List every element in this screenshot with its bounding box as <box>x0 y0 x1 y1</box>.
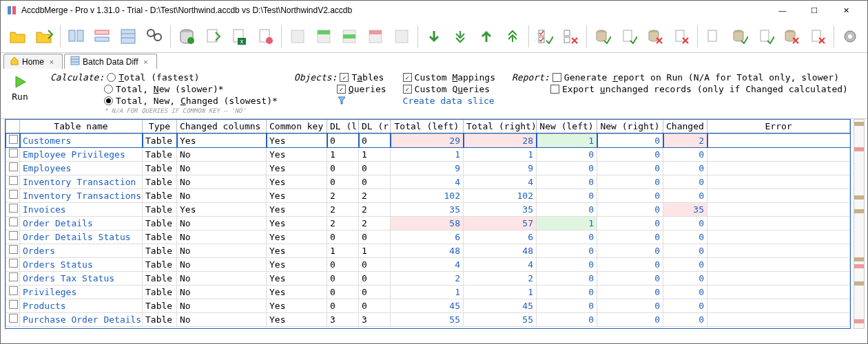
filter-green2-button[interactable] <box>338 24 362 49</box>
db-page2-button[interactable] <box>702 24 725 49</box>
check-export-unchanged[interactable] <box>550 85 559 94</box>
db-page-check2-button[interactable] <box>754 24 778 49</box>
db-check2-button[interactable] <box>728 24 752 49</box>
close-icon[interactable]: × <box>141 57 151 67</box>
filter-all-button[interactable] <box>286 24 309 49</box>
table-row[interactable]: Employee PrivilegesTableNoYes1111000 <box>6 147 850 161</box>
cell-table-name[interactable]: Invoices <box>20 202 143 216</box>
maximize-button[interactable]: ☐ <box>798 1 830 20</box>
radio-total-new[interactable] <box>104 85 113 94</box>
cell-table-name[interactable]: Inventory Transaction <box>20 175 143 189</box>
funnel-icon[interactable] <box>337 96 347 107</box>
col-checkbox[interactable] <box>6 120 20 133</box>
row-checkbox[interactable] <box>9 286 18 295</box>
cell-table-name[interactable]: Employees <box>20 161 143 175</box>
compare-tables-button[interactable] <box>65 24 88 49</box>
table-row[interactable]: Order Details StatusTableNoYes0066000 <box>6 230 850 244</box>
cell-table-name[interactable]: Products <box>20 299 143 312</box>
col-table-name[interactable]: Table name <box>20 120 143 133</box>
cell-table-name[interactable]: Inventory Transactions <box>20 189 143 202</box>
open-right-button[interactable] <box>32 24 56 49</box>
merge-down-button[interactable] <box>422 24 446 49</box>
minimize-button[interactable]: — <box>767 1 798 20</box>
row-checkbox[interactable] <box>9 162 18 171</box>
table-row[interactable]: CustomersTableYesYes002928102 <box>6 133 850 147</box>
run-icon[interactable] <box>12 74 28 90</box>
table-row[interactable]: PrivilegesTableNoYes0011000 <box>6 285 850 299</box>
col-new-right[interactable]: New (right) <box>597 120 663 133</box>
batch-diff-button[interactable] <box>117 24 141 49</box>
save-button[interactable] <box>175 24 198 49</box>
cell-table-name[interactable]: Orders <box>20 244 143 257</box>
col-dl-right[interactable]: DL (r <box>359 120 391 133</box>
radio-total-new-changed[interactable] <box>104 96 113 105</box>
col-total-right[interactable]: Total (right) <box>464 120 537 133</box>
merge-up-button[interactable] <box>475 24 498 49</box>
col-total-left[interactable]: Total (left) <box>391 120 464 133</box>
row-checkbox[interactable] <box>9 300 18 309</box>
table-row[interactable]: Inventory TransactionTableNoYes0044000 <box>6 175 850 189</box>
settings-button[interactable] <box>838 24 862 49</box>
col-type[interactable]: Type <box>143 120 177 133</box>
open-left-button[interactable] <box>6 24 30 49</box>
tab-home[interactable]: Home × <box>3 54 63 69</box>
table-row[interactable]: Orders Tax StatusTableNoYes0022000 <box>6 271 850 285</box>
db-remove2-button[interactable] <box>781 24 804 49</box>
merge-down2-button[interactable] <box>448 24 472 49</box>
cell-table-name[interactable]: Orders Tax Status <box>20 271 143 285</box>
export-report-button[interactable] <box>254 24 277 49</box>
filter-green-button[interactable] <box>312 24 335 49</box>
cell-table-name[interactable]: Customers <box>20 133 143 147</box>
filter-clear-button[interactable] <box>390 24 413 49</box>
find-button[interactable] <box>143 24 166 49</box>
mini-map[interactable] <box>854 119 865 329</box>
table-row[interactable]: InvoicesTableYesYes2235350035 <box>6 202 850 216</box>
cell-table-name[interactable]: Purchase Order Details <box>20 312 143 326</box>
cell-table-name[interactable]: Order Details <box>20 216 143 230</box>
table-row[interactable]: Inventory TransactionsTableNoYes22102102… <box>6 189 850 202</box>
close-button[interactable]: ✕ <box>830 1 862 20</box>
row-checkbox[interactable] <box>9 245 18 254</box>
row-checkbox[interactable] <box>9 176 18 185</box>
check-remove-button[interactable] <box>559 24 583 49</box>
table-row[interactable]: OrdersTableNoYes114848000 <box>6 244 850 257</box>
table-row[interactable]: Order DetailsTableNoYes225857100 <box>6 216 850 230</box>
table-row[interactable]: ProductsTableNoYes004545000 <box>6 299 850 312</box>
row-checkbox[interactable] <box>9 314 18 323</box>
db-check-button[interactable] <box>591 24 614 49</box>
check-generate-report[interactable] <box>552 73 561 82</box>
cell-table-name[interactable]: Order Details Status <box>20 230 143 244</box>
col-changed-cols[interactable]: Changed columns <box>177 120 267 133</box>
check-mappings[interactable] <box>403 73 412 82</box>
results-grid[interactable]: Table name Type Changed columns Common k… <box>5 119 851 329</box>
db-page-check-button[interactable] <box>617 24 641 49</box>
cell-table-name[interactable]: Privileges <box>20 285 143 299</box>
col-common-key[interactable]: Common key <box>267 120 327 133</box>
row-checkbox[interactable] <box>9 231 18 240</box>
check-tables[interactable] <box>340 73 349 82</box>
check-custom-queries[interactable] <box>403 85 412 94</box>
compare-queries-button[interactable] <box>91 24 114 49</box>
row-checkbox[interactable] <box>9 135 18 144</box>
row-checkbox[interactable] <box>9 190 18 199</box>
check-apply-button[interactable] <box>533 24 557 49</box>
row-checkbox[interactable] <box>9 272 18 281</box>
close-icon[interactable]: × <box>47 57 56 67</box>
table-row[interactable]: EmployeesTableNoYes0099000 <box>6 161 850 175</box>
row-checkbox[interactable] <box>9 217 18 226</box>
col-changed[interactable]: Changed <box>663 120 707 133</box>
row-checkbox[interactable] <box>9 204 18 213</box>
db-page-remove2-button[interactable] <box>806 24 829 49</box>
cell-table-name[interactable]: Orders Status <box>20 257 143 271</box>
db-page-remove-button[interactable] <box>670 24 693 49</box>
row-checkbox[interactable] <box>9 259 18 268</box>
row-checkbox[interactable] <box>9 149 18 158</box>
table-row[interactable]: Orders StatusTableNoYes0044000 <box>6 257 850 271</box>
col-new-left[interactable]: New (left) <box>537 120 597 133</box>
col-error[interactable]: Error <box>707 120 850 133</box>
export-left-button[interactable] <box>201 24 225 49</box>
table-row[interactable]: Purchase Order DetailsTableNoYes33555500… <box>6 312 850 326</box>
check-queries[interactable] <box>337 85 346 94</box>
export-excel-button[interactable]: X <box>227 24 251 49</box>
tab-batch-diff[interactable]: Batch Data Diff × <box>64 54 156 69</box>
